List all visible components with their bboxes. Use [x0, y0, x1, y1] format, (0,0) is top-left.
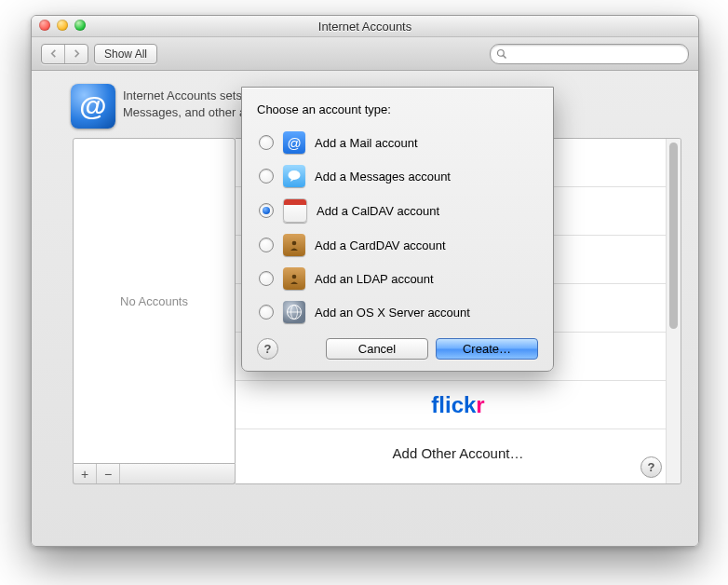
sheet-help-button[interactable]: ?	[257, 338, 278, 360]
remove-account-button[interactable]: −	[97, 464, 120, 483]
toolbar: Show All	[32, 37, 698, 71]
provider-other[interactable]: Add Other Account…	[236, 429, 681, 477]
svg-point-3	[292, 241, 297, 246]
globe-icon	[283, 301, 305, 323]
option-messages[interactable]: Add a Messages account	[257, 159, 538, 193]
option-mail[interactable]: @ Add a Mail account	[257, 126, 538, 159]
svg-point-0	[498, 49, 505, 56]
preferences-window: Internet Accounts Show All @ Internet Ac…	[31, 15, 699, 547]
option-ldap[interactable]: Add an LDAP account	[257, 262, 538, 295]
accounts-sidebar: No Accounts + −	[73, 138, 236, 484]
radio-mail[interactable]	[259, 135, 274, 150]
sheet-footer: ? Cancel Create…	[257, 329, 538, 360]
option-caldav-label: Add a CalDAV account	[317, 204, 439, 218]
forward-button[interactable]	[64, 45, 88, 63]
option-carddav-label: Add a CardDAV account	[315, 238, 446, 252]
close-window-button[interactable]	[39, 20, 50, 31]
mail-icon: @	[283, 131, 305, 154]
search-input[interactable]	[490, 44, 689, 64]
create-button[interactable]: Create…	[436, 338, 538, 360]
minimize-window-button[interactable]	[57, 20, 68, 31]
radio-caldav[interactable]	[259, 203, 274, 218]
radio-ldap[interactable]	[259, 271, 274, 286]
titlebar: Internet Accounts	[32, 16, 698, 37]
account-type-sheet: Choose an account type: @ Add a Mail acc…	[241, 87, 554, 372]
messages-icon	[283, 165, 305, 187]
traffic-lights	[39, 20, 86, 31]
option-ldap-label: Add an LDAP account	[315, 272, 434, 286]
radio-messages[interactable]	[259, 169, 274, 184]
no-accounts-label: No Accounts	[120, 294, 188, 308]
add-account-button[interactable]: +	[74, 464, 97, 483]
providers-scrollbar[interactable]	[666, 139, 681, 483]
radio-osx-server[interactable]	[259, 305, 274, 320]
accounts-footer: + −	[73, 464, 236, 484]
help-button[interactable]: ?	[640, 456, 662, 478]
calendar-icon	[283, 198, 307, 223]
directory-icon	[283, 267, 305, 290]
nav-segment	[41, 44, 88, 64]
option-mail-label: Add a Mail account	[315, 136, 418, 150]
radio-carddav[interactable]	[259, 238, 274, 252]
window-title: Internet Accounts	[318, 20, 411, 34]
option-caldav[interactable]: Add a CalDAV account	[257, 193, 538, 228]
sheet-title: Choose an account type:	[257, 102, 538, 116]
accounts-list[interactable]: No Accounts	[73, 138, 236, 464]
svg-point-4	[292, 275, 297, 279]
option-carddav[interactable]: Add a CardDAV account	[257, 228, 538, 262]
scrollbar-thumb[interactable]	[669, 143, 678, 329]
svg-point-2	[289, 170, 301, 180]
svg-line-1	[504, 55, 506, 58]
at-sign-icon: @	[71, 84, 115, 129]
contacts-icon	[283, 234, 305, 256]
show-all-button[interactable]: Show All	[94, 44, 157, 64]
search-icon	[496, 48, 507, 60]
back-button[interactable]	[42, 45, 64, 63]
show-all-label: Show All	[104, 48, 147, 61]
option-osx-server[interactable]: Add an OS X Server account	[257, 295, 538, 329]
option-messages-label: Add a Messages account	[315, 170, 451, 184]
option-osx-label: Add an OS X Server account	[315, 306, 470, 320]
zoom-window-button[interactable]	[74, 20, 86, 31]
provider-flickr[interactable]: flickr	[236, 381, 681, 429]
cancel-button[interactable]: Cancel	[326, 338, 428, 360]
